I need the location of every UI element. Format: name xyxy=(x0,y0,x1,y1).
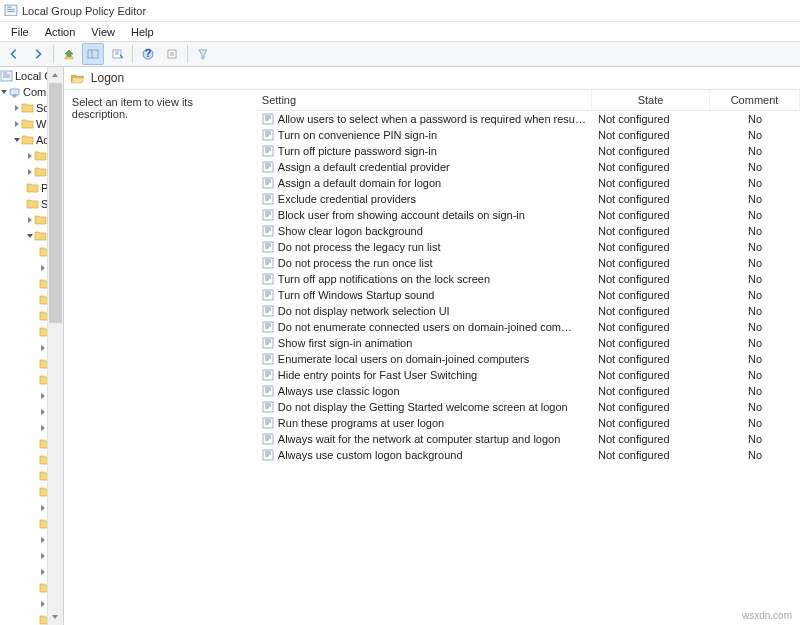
column-comment[interactable]: Comment xyxy=(710,90,800,110)
setting-name: Turn off app notifications on the lock s… xyxy=(278,273,490,285)
setting-row[interactable]: Always use classic logonNot configuredNo xyxy=(256,383,800,399)
chevron-right-icon[interactable] xyxy=(39,568,47,576)
tree-scrollbar[interactable] xyxy=(47,67,63,625)
column-state[interactable]: State xyxy=(592,90,710,110)
chevron-right-icon[interactable] xyxy=(26,152,34,160)
scroll-down-icon[interactable] xyxy=(48,609,63,625)
comment-cell: No xyxy=(710,193,800,205)
chevron-right-icon[interactable] xyxy=(26,168,34,176)
menu-action[interactable]: Action xyxy=(38,24,83,40)
setting-row[interactable]: Always wait for the network at computer … xyxy=(256,431,800,447)
folder-icon xyxy=(26,198,39,210)
comment-cell: No xyxy=(710,177,800,189)
up-button[interactable] xyxy=(58,43,80,65)
help-button[interactable] xyxy=(137,43,159,65)
state-cell: Not configured xyxy=(592,273,710,285)
setting-row[interactable]: Do not process the legacy run listNot co… xyxy=(256,239,800,255)
menu-help[interactable]: Help xyxy=(124,24,161,40)
description-panel: Select an item to view its description. xyxy=(64,90,256,625)
setting-row[interactable]: Exclude credential providersNot configur… xyxy=(256,191,800,207)
chevron-right-icon[interactable] xyxy=(39,552,47,560)
setting-row[interactable]: Enumerate local users on domain-joined c… xyxy=(256,351,800,367)
state-cell: Not configured xyxy=(592,289,710,301)
state-cell: Not configured xyxy=(592,369,710,381)
chevron-right-icon[interactable] xyxy=(13,120,21,128)
setting-row[interactable]: Block user from showing account details … xyxy=(256,207,800,223)
state-cell: Not configured xyxy=(592,161,710,173)
chevron-down-icon[interactable] xyxy=(13,136,21,144)
comment-cell: No xyxy=(710,145,800,157)
setting-row[interactable]: Always use custom logon backgroundNot co… xyxy=(256,447,800,463)
setting-row[interactable]: Turn off app notifications on the lock s… xyxy=(256,271,800,287)
chevron-down-icon[interactable] xyxy=(0,88,8,96)
menubar: File Action View Help xyxy=(0,22,800,41)
scroll-up-icon[interactable] xyxy=(48,67,63,83)
scroll-thumb[interactable] xyxy=(49,83,62,323)
comment-cell: No xyxy=(710,417,800,429)
policy-icon xyxy=(262,353,275,366)
policy-icon xyxy=(262,209,275,222)
comment-cell: No xyxy=(710,209,800,221)
setting-row[interactable]: Turn off picture password sign-inNot con… xyxy=(256,143,800,159)
policy-icon xyxy=(262,241,275,254)
setting-row[interactable]: Turn on convenience PIN sign-inNot confi… xyxy=(256,127,800,143)
setting-row[interactable]: Show first sign-in animationNot configur… xyxy=(256,335,800,351)
chevron-right-icon[interactable] xyxy=(26,216,34,224)
policy-icon xyxy=(262,369,275,382)
setting-row[interactable]: Assign a default domain for logonNot con… xyxy=(256,175,800,191)
setting-name: Turn off Windows Startup sound xyxy=(278,289,435,301)
comment-cell: No xyxy=(710,433,800,445)
setting-row[interactable]: Do not display network selection UINot c… xyxy=(256,303,800,319)
policy-icon xyxy=(262,113,275,126)
setting-name: Do not display network selection UI xyxy=(278,305,450,317)
description-text: Select an item to view its description. xyxy=(72,96,193,120)
setting-row[interactable]: Do not display the Getting Started welco… xyxy=(256,399,800,415)
chevron-right-icon[interactable] xyxy=(39,600,47,608)
column-setting[interactable]: Setting xyxy=(256,90,592,110)
chevron-right-icon[interactable] xyxy=(39,408,47,416)
setting-cell: Always use custom logon background xyxy=(256,449,592,462)
show-hide-tree-button[interactable] xyxy=(82,43,104,65)
setting-row[interactable]: Do not enumerate connected users on doma… xyxy=(256,319,800,335)
state-cell: Not configured xyxy=(592,385,710,397)
setting-row[interactable]: Turn off Windows Startup soundNot config… xyxy=(256,287,800,303)
menu-file[interactable]: File xyxy=(4,24,36,40)
filter-button[interactable] xyxy=(192,43,214,65)
settings-panel: Setting State Comment Allow users to sel… xyxy=(256,90,800,625)
setting-name: Exclude credential providers xyxy=(278,193,416,205)
chevron-right-icon[interactable] xyxy=(39,536,47,544)
chevron-right-icon[interactable] xyxy=(39,392,47,400)
chevron-right-icon[interactable] xyxy=(39,344,47,352)
policy-icon xyxy=(262,321,275,334)
setting-cell: Turn off Windows Startup sound xyxy=(256,289,592,302)
toolbar-separator xyxy=(132,45,133,63)
chevron-right-icon[interactable] xyxy=(39,264,47,272)
app-icon xyxy=(4,4,18,18)
state-cell: Not configured xyxy=(592,433,710,445)
setting-cell: Always wait for the network at computer … xyxy=(256,433,592,446)
menu-view[interactable]: View xyxy=(84,24,122,40)
setting-row[interactable]: Do not process the run once listNot conf… xyxy=(256,255,800,271)
back-button[interactable] xyxy=(3,43,25,65)
export-list-button[interactable] xyxy=(106,43,128,65)
setting-row[interactable]: Hide entry points for Fast User Switchin… xyxy=(256,367,800,383)
setting-name: Allow users to select when a password is… xyxy=(278,113,586,125)
chevron-right-icon[interactable] xyxy=(39,504,47,512)
root-icon xyxy=(0,70,13,82)
properties-button[interactable] xyxy=(161,43,183,65)
forward-button[interactable] xyxy=(27,43,49,65)
setting-row[interactable]: Assign a default credential providerNot … xyxy=(256,159,800,175)
setting-row[interactable]: Allow users to select when a password is… xyxy=(256,111,800,127)
folder-icon xyxy=(21,134,34,146)
chevron-right-icon[interactable] xyxy=(13,104,21,112)
policy-icon xyxy=(262,433,275,446)
comment-cell: No xyxy=(710,113,800,125)
setting-row[interactable]: Show clear logon backgroundNot configure… xyxy=(256,223,800,239)
comment-cell: No xyxy=(710,305,800,317)
setting-name: Show first sign-in animation xyxy=(278,337,413,349)
setting-row[interactable]: Run these programs at user logonNot conf… xyxy=(256,415,800,431)
policy-icon xyxy=(262,337,275,350)
chevron-right-icon[interactable] xyxy=(39,424,47,432)
chevron-down-icon[interactable] xyxy=(26,232,34,240)
setting-cell: Enumerate local users on domain-joined c… xyxy=(256,353,592,366)
